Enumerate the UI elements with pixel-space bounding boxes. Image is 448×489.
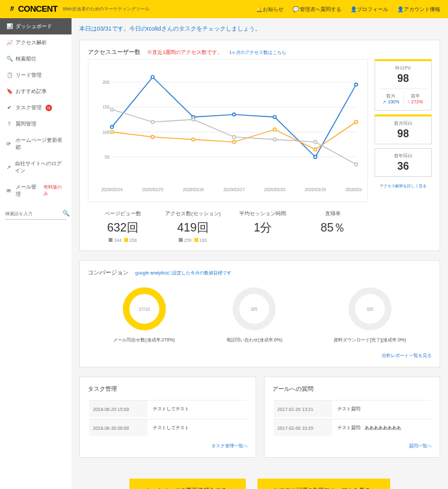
svg-text:50: 50 <box>105 155 110 159</box>
header-icon: 💬 <box>293 7 298 12</box>
access-note: ※直近1週間のアクセス数です。 <box>147 49 222 56</box>
svg-text:2020/03/30: 2020/03/30 <box>345 187 362 192</box>
svg-text:150: 150 <box>102 105 109 109</box>
sidebar-item[interactable]: 🔍検索順位 <box>0 51 72 67</box>
svg-point-20 <box>314 155 317 159</box>
question-title: アールへの質問 <box>272 385 432 393</box>
conversion-sub: google analyticsに設定した今月の数値目標です <box>135 270 231 276</box>
sidebar-item[interactable]: ✔タスク管理N <box>0 99 72 116</box>
svg-point-22 <box>111 131 114 134</box>
sidebar-item[interactable]: ✉メール管理有料版のみ <box>0 179 72 202</box>
svg-point-27 <box>314 148 317 152</box>
sidebar-item[interactable]: 📋リード管理 <box>0 67 72 83</box>
svg-point-19 <box>273 116 276 119</box>
svg-point-32 <box>233 135 236 139</box>
svg-point-24 <box>192 138 195 141</box>
sidebar-icon: 🔍 <box>7 56 12 62</box>
table-row[interactable]: 2017-01-26 13:21テスト質問 <box>274 400 431 417</box>
conversion-donut: 27/10メール問合せ数(達成率:270%) <box>113 286 175 343</box>
search-input[interactable] <box>5 211 62 216</box>
search-icon[interactable]: 🔍 <box>62 210 68 217</box>
sidebar-item[interactable]: 📊ダッシュボード <box>0 18 72 34</box>
row-text: テスト質問 ああああああああ <box>334 419 431 436</box>
sidebar-label: タスク管理 <box>16 104 42 111</box>
sidebar-item[interactable]: ？質問管理 <box>0 116 72 132</box>
sidebar-label: ホームページ更新依頼 <box>16 137 65 151</box>
stat-same-month: 前月同日 98 <box>375 114 432 144</box>
header-icon: 🔔 <box>256 7 261 12</box>
svg-point-30 <box>151 120 154 124</box>
svg-text:100: 100 <box>102 130 109 135</box>
svg-point-31 <box>192 118 195 121</box>
access-title: アクセスユーザー数 <box>88 48 140 57</box>
svg-text:2020/03/28: 2020/03/28 <box>264 187 285 192</box>
cta-recommended[interactable]: おすすめ記事&各種マニュアルを見る › <box>257 479 390 489</box>
svg-text:2020/03/25: 2020/03/25 <box>142 187 163 192</box>
task-list-link[interactable]: タスク管理一覧へ <box>88 443 248 449</box>
paid-tag: 有料版のみ <box>44 184 65 197</box>
row-text: テスト質問 <box>334 400 431 417</box>
svg-point-21 <box>354 83 358 86</box>
conversion-donut: 0/5電話問い合わせ(達成率:0%) <box>226 286 283 343</box>
access-month-link[interactable]: 1ヶ月のアクセス数はこちら <box>229 49 286 56</box>
line-chart: 501001502002020/03/242020/03/252020/03/2… <box>88 59 368 202</box>
metric: 平均セッション時間1分 <box>228 210 298 243</box>
task-title: タスク管理 <box>88 385 248 393</box>
header-link[interactable]: 💬 管理者へ質問する <box>293 6 341 13</box>
sidebar-item[interactable]: 📈アクセス解析 <box>0 34 72 51</box>
sidebar-item[interactable]: ↗自社サイトへのログイン <box>0 155 72 179</box>
access-detail-link[interactable]: アクセス解析を詳しく見る <box>375 183 432 189</box>
sidebar-icon: ？ <box>7 120 12 127</box>
svg-point-26 <box>273 128 276 131</box>
sidebar-icon: ↗ <box>7 165 11 170</box>
sidebar-item[interactable]: ⟳ホームページ更新依頼 <box>0 132 72 155</box>
svg-point-33 <box>273 138 276 141</box>
table-row[interactable]: 2018-06-29 15:00テストしてテスト <box>89 400 246 417</box>
sidebar-label: アクセス解析 <box>16 39 47 46</box>
row-date: 2017-02-06 10:29 <box>274 419 332 436</box>
table-row[interactable]: 2018-06-30 00:00テストしてテスト <box>89 419 246 436</box>
sidebar-label: メール管理 <box>16 183 40 198</box>
cta-update-request[interactable]: ホームページの更新依頼をする › <box>129 479 246 489</box>
svg-text:2020/03/26: 2020/03/26 <box>183 187 204 192</box>
sidebar-icon: 📈 <box>7 40 12 46</box>
sidebar-icon: ⟳ <box>7 141 12 147</box>
table-row[interactable]: 2017-02-06 10:29テスト質問 ああああああああ <box>274 419 431 436</box>
svg-text:200: 200 <box>102 80 109 85</box>
svg-point-35 <box>354 163 358 166</box>
sidebar-icon: 🔖 <box>7 88 12 94</box>
conversion-panel: コンバージョン google analyticsに設定した今月の数値目標です 2… <box>79 260 440 367</box>
report-list-link[interactable]: 分析レポート一覧を見る <box>88 352 432 359</box>
greeting-text: 本日は03/31です。今日のrcoltdさんのタスクをチェックしましょう。 <box>79 25 440 33</box>
svg-text:27/10: 27/10 <box>138 307 150 311</box>
access-panel: アクセスユーザー数 ※直近1週間のアクセス数です。 1ヶ月のアクセス数はこちら … <box>79 40 440 251</box>
logo: 〃 CONCENT <box>8 3 57 15</box>
svg-point-25 <box>233 140 236 144</box>
stat-same-year: 前年同日 36 <box>375 148 432 177</box>
header-link[interactable]: 👤 アカウント情報 <box>397 6 440 13</box>
header-icon: 👤 <box>397 7 402 12</box>
app-header: 〃 CONCENT Web担当者のためのマーケティングツール 🔔 お知らせ💬 管… <box>0 0 448 18</box>
question-list-link[interactable]: 質問一覧へ <box>272 443 432 449</box>
svg-text:2020/03/29: 2020/03/29 <box>305 187 326 192</box>
sidebar-label: ダッシュボード <box>16 23 52 30</box>
sidebar-icon: ✔ <box>7 105 12 111</box>
svg-point-15 <box>111 126 114 129</box>
header-link[interactable]: 👤 プロフィール <box>350 6 388 13</box>
sidebar-icon: ✉ <box>7 188 12 194</box>
svg-text:2020/03/27: 2020/03/27 <box>223 187 244 192</box>
sidebar-label: リード管理 <box>16 72 42 79</box>
sidebar-label: 質問管理 <box>16 120 36 127</box>
sidebar-search: 🔍 <box>5 207 66 220</box>
sidebar-label: 検索順位 <box>16 55 36 62</box>
header-link[interactable]: 🔔 お知らせ <box>256 6 283 13</box>
row-text: テストしてテスト <box>149 400 246 417</box>
svg-text:0/5: 0/5 <box>251 307 257 311</box>
sidebar-icon: 📊 <box>7 23 12 29</box>
logo-subtitle: Web担当者のためのマーケティングツール <box>62 6 149 12</box>
sidebar-item[interactable]: 🔖おすすめ記事 <box>0 83 72 99</box>
row-date: 2017-01-26 13:21 <box>274 400 332 417</box>
svg-point-16 <box>151 75 154 79</box>
svg-text:2020/03/24: 2020/03/24 <box>101 187 123 192</box>
svg-point-29 <box>111 108 114 111</box>
